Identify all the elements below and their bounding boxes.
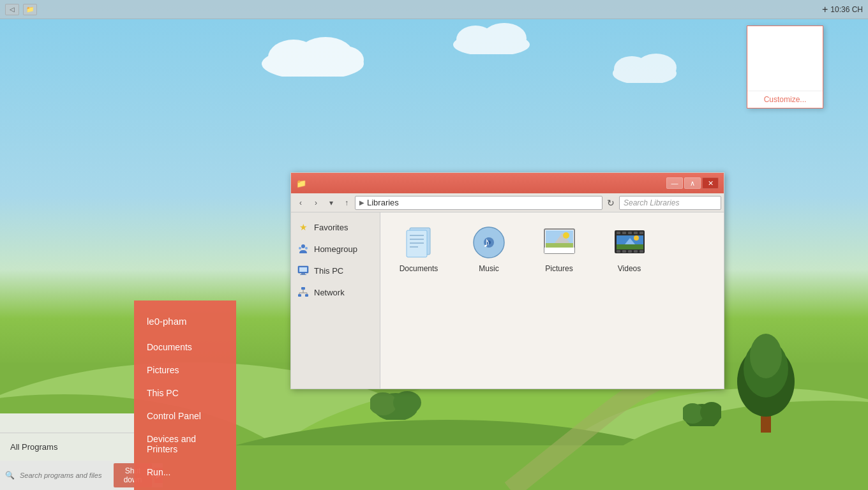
start-menu-bottom: All Programs [0, 433, 134, 461]
explorer-body: ★ Favorites Homegroup [291, 212, 724, 389]
file-item-pictures[interactable]: Pictures [534, 225, 585, 273]
search-programs-input[interactable] [17, 470, 111, 480]
svg-rect-64 [617, 232, 620, 234]
close-button[interactable]: ✕ [702, 177, 719, 189]
all-programs-button[interactable]: All Programs [0, 438, 134, 456]
svg-rect-37 [301, 273, 305, 274]
explorer-folder-icon: 📁 [296, 179, 306, 188]
cloud-2 [447, 19, 536, 54]
start-menu-documents[interactable]: Documents [134, 336, 236, 359]
svg-point-25 [370, 392, 397, 415]
documents-icon [400, 225, 438, 260]
videos-icon [610, 225, 648, 260]
network-icon [297, 286, 309, 298]
start-menu-control-panel[interactable]: Control Panel [134, 405, 236, 427]
tree-right [728, 318, 804, 433]
sidebar-item-this-pc[interactable]: This PC [291, 261, 380, 280]
taskbar-back-btn[interactable]: ◁ [5, 4, 19, 15]
address-bar[interactable]: ▶ Libraries [355, 196, 602, 210]
up-button[interactable]: ↑ [340, 196, 354, 210]
start-menu-this-pc[interactable]: This PC [134, 382, 236, 405]
documents-label: Documents [400, 264, 438, 273]
start-menu-right-panel: le0-pham Documents Pictures This PC Cont… [134, 301, 236, 490]
all-programs-label: All Programs [10, 442, 57, 452]
minimize-button[interactable]: — [666, 177, 683, 189]
start-menu-devices-printers[interactable]: Devices and Printers [134, 427, 236, 461]
start-menu-user[interactable]: le0-pham [134, 307, 236, 336]
svg-point-6 [482, 23, 527, 54]
explorer-toolbar: ‹ › ▾ ↑ ▶ Libraries ↻ Search Libraries [291, 193, 724, 212]
cloud-3 [606, 51, 683, 83]
svg-text:♪: ♪ [483, 234, 490, 250]
svg-point-26 [393, 391, 421, 414]
maximize-button[interactable]: ∧ [684, 177, 701, 189]
svg-rect-65 [622, 232, 626, 234]
svg-rect-67 [634, 232, 638, 234]
favorites-icon: ★ [297, 221, 309, 233]
taskbar-add-icon[interactable]: + [822, 4, 828, 15]
svg-point-33 [299, 247, 301, 249]
svg-rect-38 [300, 274, 306, 275]
refresh-button[interactable]: ↻ [604, 196, 618, 210]
svg-rect-69 [617, 250, 620, 253]
svg-point-3 [326, 46, 364, 74]
bush-1 [683, 394, 721, 426]
search-bar[interactable]: Search Libraries [619, 196, 721, 210]
file-item-documents[interactable]: Documents [393, 225, 444, 273]
dropdown-button[interactable]: ▾ [324, 196, 338, 210]
customize-panel: Customize... [747, 26, 823, 108]
sidebar-item-homegroup[interactable]: Homegroup [291, 239, 380, 258]
svg-rect-66 [628, 232, 632, 234]
explorer-title: 📁 [296, 179, 306, 188]
start-menu-run[interactable]: Run... [134, 461, 236, 484]
explorer-sidebar: ★ Favorites Homegroup [291, 212, 380, 389]
homegroup-icon [297, 243, 309, 255]
favorites-label: Favorites [314, 223, 348, 232]
svg-rect-77 [617, 244, 643, 249]
cloud-1 [255, 32, 370, 77]
svg-rect-71 [628, 250, 632, 253]
svg-point-60 [563, 232, 569, 239]
svg-rect-40 [298, 294, 301, 297]
explorer-main-content: Documents ♪ Music [380, 212, 724, 389]
file-item-music[interactable]: ♪ Music [463, 225, 514, 273]
start-menu-pictures[interactable]: Pictures [134, 359, 236, 382]
start-menu-left-panel: All Programs 🔍 Shut down ▶ [0, 413, 134, 490]
forward-button[interactable]: › [309, 196, 323, 210]
videos-label: Videos [618, 264, 641, 273]
customize-button[interactable]: Customize... [747, 91, 823, 108]
start-menu: All Programs 🔍 Shut down ▶ le0-pham Docu… [0, 254, 236, 490]
path-arrow: ▶ [359, 199, 364, 206]
svg-rect-62 [544, 248, 574, 253]
this-pc-label: This PC [314, 266, 343, 276]
taskbar-right: + 10:36 CH [822, 4, 863, 15]
pictures-icon [540, 225, 578, 260]
this-pc-icon [297, 265, 309, 276]
taskbar-time: 10:36 CH [830, 5, 863, 14]
svg-point-34 [305, 247, 308, 249]
taskbar: ◁ 📁 + 10:36 CH [0, 0, 868, 19]
svg-point-9 [636, 54, 677, 82]
customize-content-area [747, 26, 823, 91]
svg-rect-68 [640, 232, 643, 234]
network-label: Network [314, 288, 345, 297]
sidebar-item-network[interactable]: Network [291, 283, 380, 302]
back-button[interactable]: ‹ [294, 196, 308, 210]
search-placeholder: Search Libraries [624, 198, 679, 207]
svg-point-32 [301, 244, 305, 248]
titlebar-controls: — ∧ ✕ [666, 177, 719, 189]
address-text: Libraries [367, 198, 399, 207]
svg-rect-39 [301, 287, 305, 290]
svg-point-76 [634, 235, 639, 241]
svg-rect-36 [299, 267, 307, 272]
svg-rect-70 [622, 250, 626, 253]
sidebar-item-favorites[interactable]: ★ Favorites [291, 218, 380, 237]
svg-rect-72 [634, 250, 638, 253]
taskbar-left: ◁ 📁 [5, 4, 37, 15]
taskbar-folder-btn[interactable]: 📁 [23, 4, 37, 15]
file-item-videos[interactable]: Videos [604, 225, 655, 273]
svg-rect-41 [305, 294, 308, 297]
explorer-titlebar: 📁 — ∧ ✕ [291, 173, 724, 193]
file-explorer-window: 📁 — ∧ ✕ ‹ › ▾ ↑ ▶ Libraries ↻ Search Lib… [290, 172, 724, 389]
homegroup-label: Homegroup [314, 244, 357, 254]
